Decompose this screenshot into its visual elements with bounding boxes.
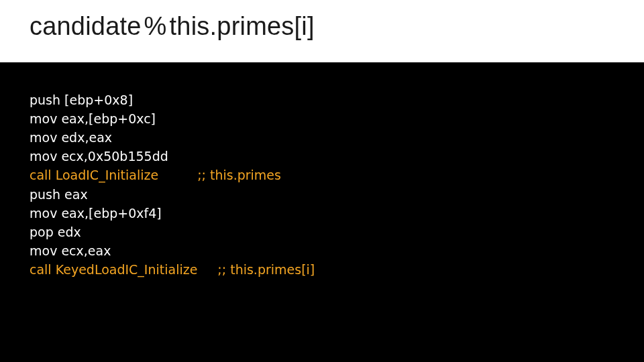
asm-op: push eax <box>30 187 88 202</box>
code-line: mov eax,[ebp+0xf4] <box>30 204 614 223</box>
code-line: call KeyedLoadIC_Initialize;; this.prime… <box>30 260 614 279</box>
asm-op: mov edx,eax <box>30 130 112 145</box>
asm-comment: ;; this.primes <box>197 168 281 182</box>
asm-comment: ;; this.primes[i] <box>217 262 315 277</box>
code-line: mov ecx,0x50b155dd <box>30 147 614 166</box>
code-line: mov edx,eax <box>30 128 614 147</box>
code-line: mov eax,[ebp+0xc] <box>30 109 614 128</box>
slide-title: candidate%this.primes[i] <box>30 12 614 41</box>
asm-op: mov ecx,0x50b155dd <box>30 149 168 164</box>
asm-call: call KeyedLoadIC_Initialize <box>30 262 197 277</box>
title-part-a: candidate <box>30 12 142 40</box>
asm-call: call LoadIC_Initialize <box>30 168 158 182</box>
asm-op: mov eax,[ebp+0xc] <box>30 111 156 126</box>
title-part-c: this.primes[i] <box>170 12 315 40</box>
slide: candidate%this.primes[i] push [ebp+0x8] … <box>0 0 644 362</box>
code-line: call LoadIC_Initialize;; this.primes <box>30 166 614 184</box>
code-line: pop edx <box>30 223 614 241</box>
asm-op: mov eax,[ebp+0xf4] <box>30 206 162 221</box>
code-line: push eax <box>30 185 614 204</box>
code-block: push [ebp+0x8] mov eax,[ebp+0xc] mov edx… <box>0 62 644 362</box>
title-part-b: % <box>144 12 167 40</box>
asm-op: push [ebp+0x8] <box>30 93 133 107</box>
code-line: mov ecx,eax <box>30 241 614 260</box>
code-line: push [ebp+0x8] <box>30 90 614 109</box>
asm-op: mov ecx,eax <box>30 243 111 258</box>
asm-op: pop edx <box>30 225 81 239</box>
slide-header: candidate%this.primes[i] <box>0 0 644 62</box>
